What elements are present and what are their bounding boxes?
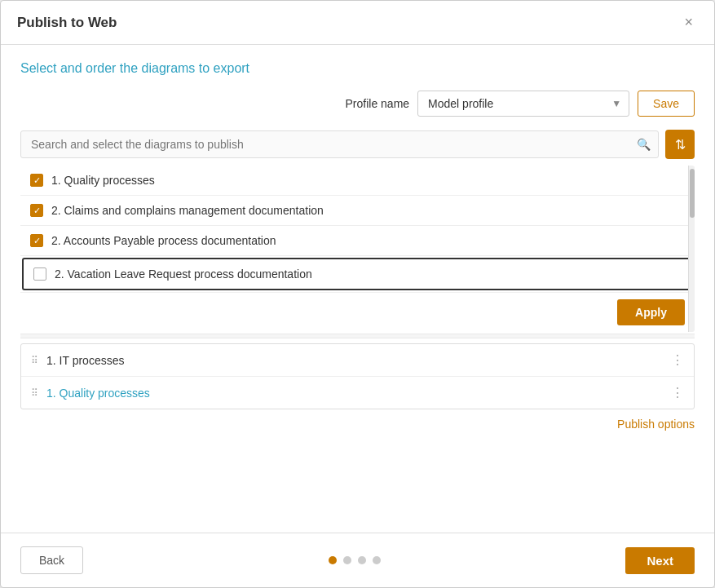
publish-to-web-dialog: Publish to Web × Select and order the di… [0,0,715,588]
section-title-static: Select and order the [20,61,142,75]
diagram-label-2: 2. Claims and complains management docum… [51,204,324,217]
publish-options-row: Publish options [20,409,695,435]
close-button[interactable]: × [679,12,698,33]
diagram-checkbox-4[interactable] [33,267,46,281]
more-options-icon-1[interactable]: ⋮ [671,352,684,368]
drag-handle-icon[interactable]: ⠿ [31,387,38,399]
sort-button[interactable]: ⇅ [665,130,695,159]
list-item: 1. Quality processes [20,166,695,196]
search-input[interactable] [20,130,659,158]
profile-label: Profile name [345,97,409,110]
step-dot-3 [358,556,366,564]
step-dot-2 [343,556,351,564]
dialog-body: Select and order the diagrams to export … [1,45,714,533]
ordered-item-2: ⠿ 1. Quality processes ⋮ [21,377,694,409]
ordered-item-label-1: 1. IT processes [46,354,663,367]
sort-icon: ⇅ [675,137,686,153]
section-title-highlight: diagrams to export [142,61,250,75]
profile-select-wrapper: Model profile Default profile Custom pro… [417,91,629,117]
profile-row: Profile name Model profile Default profi… [20,91,695,117]
list-item: 2. Vacation Leave Request process docume… [22,258,693,290]
dialog-title: Publish to Web [17,15,117,31]
dialog-header: Publish to Web × [1,1,714,45]
list-item: 2. Accounts Payable process documentatio… [20,226,695,256]
back-button[interactable]: Back [20,546,83,574]
diagram-list: 1. Quality processes 2. Claims and compl… [20,166,695,332]
apply-button[interactable]: Apply [617,299,685,325]
apply-row: Apply [20,292,695,332]
search-wrapper: 🔍 [20,130,659,158]
diagram-label-4: 2. Vacation Leave Request process docume… [55,267,312,281]
step-dot-1 [329,556,337,564]
ordered-list: ⠿ 1. IT processes ⋮ ⠿ 1. Quality process… [20,343,695,409]
save-button[interactable]: Save [638,91,695,117]
diagram-label-1: 1. Quality processes [51,174,155,187]
diagram-checkbox-2[interactable] [30,204,43,217]
ordered-item-1: ⠿ 1. IT processes ⋮ [21,344,694,377]
scrollbar-thumb [690,169,695,218]
ordered-item-label-2: 1. Quality processes [46,387,663,400]
list-separator [20,334,695,338]
next-button[interactable]: Next [625,547,695,574]
diagram-list-area: 1. Quality processes 2. Claims and compl… [20,166,695,332]
profile-select[interactable]: Model profile Default profile Custom pro… [417,91,629,117]
more-options-icon-2[interactable]: ⋮ [671,385,684,400]
scrollbar[interactable] [688,166,695,332]
step-dot-4 [373,556,381,564]
search-icon: 🔍 [637,138,651,151]
step-dots [329,556,381,564]
diagram-label-3: 2. Accounts Payable process documentatio… [51,234,276,247]
list-item: 2. Claims and complains management docum… [20,196,695,226]
drag-handle-icon[interactable]: ⠿ [31,355,38,366]
publish-options-link[interactable]: Publish options [617,418,695,431]
diagram-checkbox-1[interactable] [30,174,43,187]
diagram-checkbox-3[interactable] [30,234,43,247]
dialog-footer: Back Next [1,533,714,587]
search-sort-row: 🔍 ⇅ [20,130,695,159]
section-title: Select and order the diagrams to export [20,61,695,76]
